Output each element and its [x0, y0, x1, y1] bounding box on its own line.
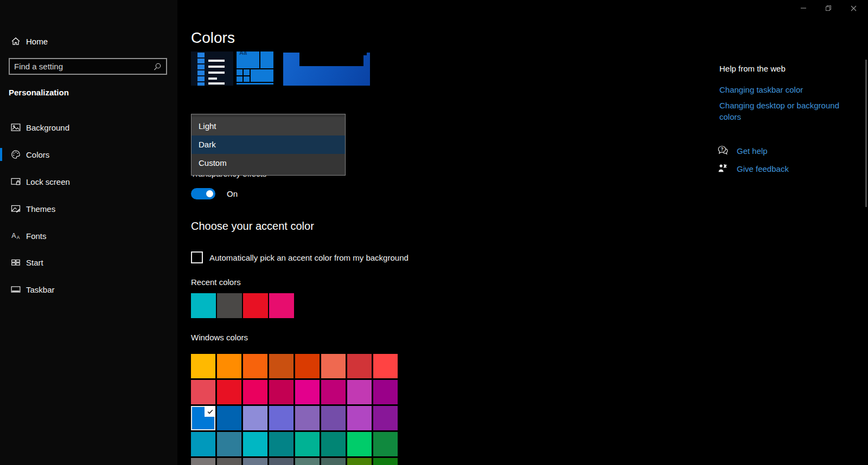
theme-preview-image: Aa: [191, 51, 370, 86]
minimize-button[interactable]: [791, 0, 816, 16]
windows-color-swatch-r1c4[interactable]: [295, 380, 320, 404]
windows-color-swatch-r4c0[interactable]: [191, 458, 215, 465]
windows-color-swatch-r2c6[interactable]: [347, 406, 372, 430]
windows-color-swatch-r2c3[interactable]: [269, 406, 293, 430]
selected-accent-bar: [0, 148, 2, 161]
windows-color-swatch-r0c1[interactable]: [217, 354, 241, 378]
windows-color-swatch-r4c3[interactable]: [269, 458, 293, 465]
taskbar-icon: [11, 285, 21, 294]
svg-text:A: A: [17, 235, 20, 240]
sidebar-item-background[interactable]: Background: [0, 118, 177, 137]
restore-button[interactable]: [816, 0, 841, 16]
recent-color-swatch-2[interactable]: [243, 293, 268, 318]
svg-text:?: ?: [720, 147, 723, 152]
transparency-toggle[interactable]: [191, 188, 215, 199]
recent-color-swatch-0[interactable]: [191, 293, 216, 318]
windows-color-swatch-r3c3[interactable]: [269, 432, 293, 456]
windows-color-swatch-r1c2[interactable]: [243, 380, 267, 404]
scrollbar-thumb[interactable]: [865, 60, 867, 207]
sidebar-item-colors[interactable]: Colors: [0, 145, 177, 164]
windows-color-swatch-r3c5[interactable]: [321, 432, 346, 456]
dropdown-option-dark[interactable]: Dark: [192, 135, 345, 154]
auto-accent-checkbox[interactable]: [191, 251, 203, 263]
sidebar-item-label: Themes: [26, 204, 55, 214]
sidebar-item-label: Fonts: [26, 231, 47, 241]
windows-color-swatch-r0c5[interactable]: [321, 354, 346, 378]
close-icon: [850, 5, 857, 12]
sidebar-item-themes[interactable]: Themes: [0, 199, 177, 218]
windows-color-swatch-r2c1[interactable]: [217, 406, 241, 430]
search-icon[interactable]: [153, 62, 162, 71]
start-icon: [11, 257, 21, 267]
windows-color-swatch-r0c2[interactable]: [243, 354, 267, 378]
recent-colors-row: [191, 293, 294, 318]
help-heading: Help from the web: [719, 64, 786, 73]
windows-color-swatch-r0c6[interactable]: [347, 354, 372, 378]
windows-color-swatch-r0c0[interactable]: [191, 354, 215, 378]
windows-color-swatch-r1c1[interactable]: [217, 380, 241, 404]
windows-color-swatch-r3c6[interactable]: [347, 432, 372, 456]
windows-color-swatch-r2c4[interactable]: [295, 406, 320, 430]
page-title: Colors: [191, 29, 235, 47]
windows-color-swatch-r1c6[interactable]: [347, 380, 372, 404]
recent-colors-label: Recent colors: [191, 277, 241, 287]
restore-icon: [825, 5, 832, 11]
windows-colors-grid: [191, 354, 398, 465]
search-input[interactable]: [10, 62, 153, 71]
recent-color-swatch-1[interactable]: [217, 293, 242, 318]
windows-color-swatch-r2c7[interactable]: [373, 406, 398, 430]
preview-window-mock: [283, 53, 370, 86]
color-mode-dropdown[interactable]: LightDarkCustom: [191, 114, 346, 176]
windows-color-swatch-r3c7[interactable]: [373, 432, 398, 456]
windows-color-swatch-r0c3[interactable]: [269, 354, 293, 378]
help-link-taskbar-color[interactable]: Changing taskbar color: [719, 84, 848, 95]
accent-color-heading: Choose your accent color: [191, 220, 314, 232]
sidebar-item-home[interactable]: Home: [0, 31, 177, 51]
windows-color-swatch-r0c4[interactable]: [295, 354, 320, 378]
windows-color-swatch-r4c2[interactable]: [243, 458, 267, 465]
recent-color-swatch-3[interactable]: [269, 293, 294, 318]
toggle-knob: [206, 190, 213, 197]
windows-color-swatch-r4c1[interactable]: [217, 458, 241, 465]
windows-color-swatch-r2c2[interactable]: [243, 406, 267, 430]
sidebar-section-heading: Personalization: [9, 88, 69, 97]
windows-color-swatch-r4c4[interactable]: [295, 458, 320, 465]
svg-text:A: A: [11, 232, 16, 240]
sidebar-item-label: Background: [26, 123, 69, 132]
help-link-desktop-colors[interactable]: Changing desktop or background colors: [719, 100, 848, 122]
give-feedback-icon: [717, 163, 729, 174]
give-feedback-link[interactable]: Give feedback: [717, 163, 789, 174]
dropdown-option-light[interactable]: Light: [192, 117, 345, 135]
selected-color-checkmark-icon: [205, 406, 215, 417]
search-box[interactable]: [9, 58, 167, 75]
windows-color-swatch-r4c5[interactable]: [321, 458, 346, 465]
windows-color-swatch-r3c0[interactable]: [191, 432, 215, 456]
sidebar-item-label: Start: [26, 258, 43, 267]
windows-color-swatch-r4c6[interactable]: [347, 458, 372, 465]
sidebar: Home Personalization BackgroundColorsLoc…: [0, 0, 177, 465]
image-icon: [11, 122, 21, 132]
windows-color-swatch-r1c0[interactable]: [191, 380, 215, 404]
sidebar-item-lock-screen[interactable]: Lock screen: [0, 172, 177, 191]
windows-color-swatch-r1c7[interactable]: [373, 380, 398, 404]
lock-screen-icon: [11, 177, 21, 186]
windows-color-swatch-r4c7[interactable]: [373, 458, 398, 465]
windows-color-swatch-r1c5[interactable]: [321, 380, 346, 404]
windows-color-swatch-r2c0[interactable]: [191, 406, 215, 430]
windows-color-swatch-r1c3[interactable]: [269, 380, 293, 404]
preview-tiles-mock: Aa: [237, 51, 279, 86]
sidebar-item-taskbar[interactable]: Taskbar: [0, 280, 177, 299]
windows-color-swatch-r0c7[interactable]: [373, 354, 398, 378]
windows-color-swatch-r3c1[interactable]: [217, 432, 241, 456]
windows-color-swatch-r3c4[interactable]: [295, 432, 320, 456]
windows-color-swatch-r3c2[interactable]: [243, 432, 267, 456]
sidebar-item-fonts[interactable]: AAFonts: [0, 226, 177, 246]
dropdown-option-custom[interactable]: Custom: [192, 154, 345, 172]
windows-color-swatch-r2c5[interactable]: [321, 406, 346, 430]
toggle-state-label: On: [227, 189, 238, 198]
close-button[interactable]: [841, 0, 866, 16]
sidebar-item-start[interactable]: Start: [0, 253, 177, 272]
auto-accent-label: Automatically pick an accent color from …: [209, 253, 409, 262]
give-feedback-label: Give feedback: [737, 164, 789, 173]
get-help-link[interactable]: ? Get help: [717, 145, 768, 156]
